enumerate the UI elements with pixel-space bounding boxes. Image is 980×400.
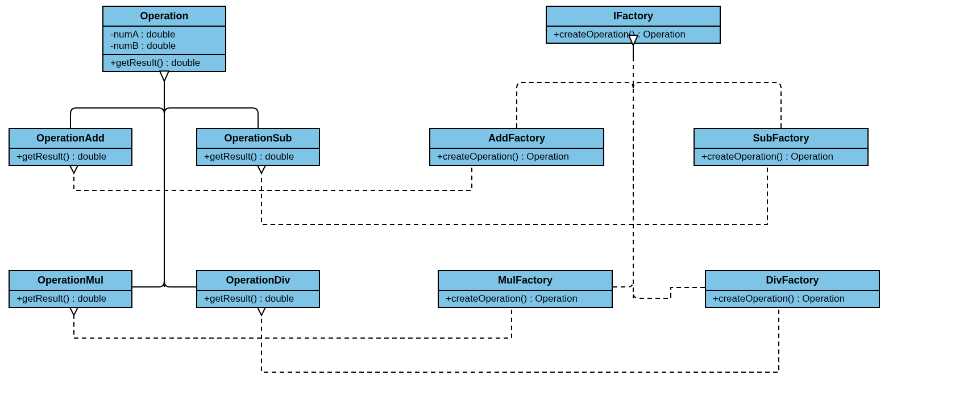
class-operation-add: OperationAdd +getResult() : double <box>9 128 132 166</box>
class-ops: +createOperation() : Operation <box>706 291 879 307</box>
class-title: AddFactory <box>430 129 603 149</box>
op: +createOperation() : Operation <box>713 293 872 305</box>
attr: -numA : double <box>110 29 218 40</box>
class-ops: +createOperation() : Operation <box>547 27 720 43</box>
class-sub-factory: SubFactory +createOperation() : Operatio… <box>694 128 869 166</box>
op: +getResult() : double <box>204 151 312 163</box>
op: +getResult() : double <box>16 293 124 305</box>
class-attrs: -numA : double -numB : double <box>103 27 225 55</box>
class-div-factory: DivFactory +createOperation() : Operatio… <box>705 270 880 308</box>
class-title: DivFactory <box>706 271 879 291</box>
class-ops: +createOperation() : Operation <box>695 149 867 165</box>
class-operation-sub: OperationSub +getResult() : double <box>196 128 320 166</box>
class-ops: +getResult() : double <box>197 291 319 307</box>
class-title: OperationDiv <box>197 271 319 291</box>
class-ops: +getResult() : double <box>10 291 131 307</box>
op: +createOperation() : Operation <box>554 29 713 40</box>
op: +createOperation() : Operation <box>701 151 861 163</box>
class-ops: +getResult() : double <box>197 149 319 165</box>
op: +createOperation() : Operation <box>437 151 596 163</box>
class-title: OperationMul <box>10 271 131 291</box>
class-operation-div: OperationDiv +getResult() : double <box>196 270 320 308</box>
class-ops: +getResult() : double <box>10 149 131 165</box>
op: +getResult() : double <box>204 293 312 305</box>
class-operation-mul: OperationMul +getResult() : double <box>9 270 132 308</box>
class-title: Operation <box>103 7 225 27</box>
class-title: OperationAdd <box>10 129 131 149</box>
op: +getResult() : double <box>16 151 124 163</box>
class-ifactory: IFactory +createOperation() : Operation <box>546 6 721 44</box>
class-title: SubFactory <box>695 129 867 149</box>
class-title: MulFactory <box>439 271 612 291</box>
class-ops: +getResult() : double <box>103 55 225 71</box>
uml-diagram: Operation -numA : double -numB : double … <box>0 0 980 400</box>
class-title: IFactory <box>547 7 720 27</box>
class-add-factory: AddFactory +createOperation() : Operatio… <box>429 128 604 166</box>
op: +getResult() : double <box>110 57 218 69</box>
attr: -numB : double <box>110 40 218 52</box>
class-mul-factory: MulFactory +createOperation() : Operatio… <box>438 270 613 308</box>
class-ops: +createOperation() : Operation <box>430 149 603 165</box>
class-ops: +createOperation() : Operation <box>439 291 612 307</box>
class-operation: Operation -numA : double -numB : double … <box>102 6 226 72</box>
class-title: OperationSub <box>197 129 319 149</box>
op: +createOperation() : Operation <box>446 293 605 305</box>
